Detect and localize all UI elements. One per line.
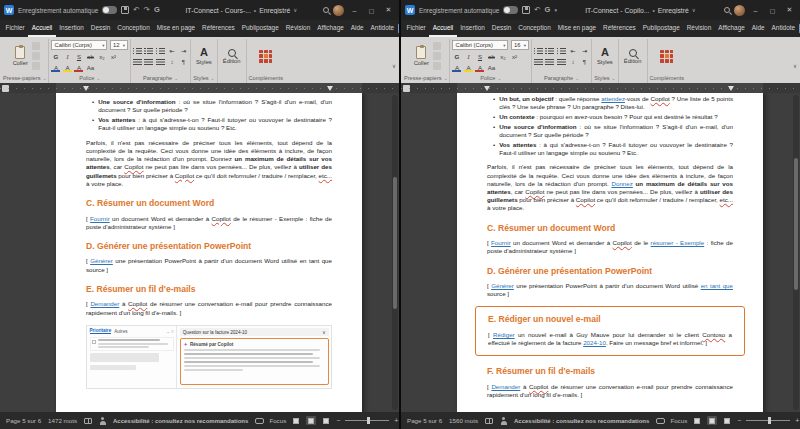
text-effects-icon[interactable]: A — [452, 63, 461, 72]
bold-quick-icon[interactable]: G — [545, 6, 551, 14]
copy-icon[interactable] — [32, 52, 40, 60]
user-avatar[interactable] — [734, 5, 745, 16]
zoom-slider[interactable] — [345, 420, 389, 421]
superscript-button[interactable]: x² — [109, 52, 118, 61]
page-indicator[interactable]: Page 5 sur 6 — [6, 417, 41, 424]
bold-quick-icon[interactable]: G — [154, 6, 160, 14]
styles-button[interactable]: A Styles — [594, 47, 616, 65]
font-name-combo[interactable]: Calibri (Corps)▾ — [51, 40, 107, 50]
scrollbar-thumb[interactable] — [794, 158, 798, 290]
ribbon-tab-révision[interactable]: Révision — [683, 20, 715, 37]
italic-button[interactable]: I — [464, 52, 473, 61]
ribbon-tab-antidote[interactable]: Antidote — [768, 20, 798, 37]
font-color-icon[interactable]: A — [475, 63, 484, 72]
close-button[interactable]: ✕ — [382, 6, 395, 14]
proofing-icon[interactable] — [485, 418, 493, 424]
left-indent-marker[interactable] — [484, 86, 490, 91]
ribbon-tab-références[interactable]: Références — [600, 20, 640, 37]
superscript-button[interactable]: x² — [510, 52, 519, 61]
right-indent-marker[interactable] — [728, 86, 734, 91]
ribbon-tab-fichier[interactable]: Fichier — [2, 20, 28, 37]
collapse-ribbon-icon[interactable]: ∨ — [793, 63, 797, 69]
accessibility-status[interactable]: Accessibilité : consultez nos recommanda… — [113, 418, 248, 424]
zoom-out-button[interactable]: − — [737, 417, 741, 424]
ribbon-tab-accueil[interactable]: Accueil — [28, 20, 56, 37]
editing-button[interactable]: Édition — [621, 49, 645, 64]
redo-icon[interactable]: ↷ — [144, 6, 150, 14]
zoom-slider-thumb[interactable] — [367, 417, 370, 424]
bold-button[interactable]: G — [51, 52, 60, 61]
user-avatar[interactable] — [333, 5, 344, 16]
proofing-icon[interactable] — [84, 418, 92, 424]
search-icon[interactable] — [323, 7, 329, 13]
read-mode-button[interactable] — [692, 416, 702, 425]
ribbon-tab-insertion[interactable]: Insertion — [56, 20, 88, 37]
save-icon[interactable] — [522, 6, 530, 14]
ribbon-tab-mise-en-page[interactable]: Mise en page — [153, 20, 198, 37]
horizontal-ruler[interactable] — [0, 83, 399, 93]
outdent-icon[interactable]: ⇤ — [167, 46, 176, 55]
align-right-icon[interactable] — [156, 58, 165, 65]
italic-button[interactable]: I — [63, 52, 72, 61]
ribbon-tab-aide[interactable]: Aide — [347, 20, 367, 37]
maximize-button[interactable]: ▢ — [766, 7, 779, 14]
subscript-button[interactable]: x₂ — [498, 52, 507, 61]
align-left-icon[interactable] — [534, 58, 543, 65]
paste-button[interactable]: Coller — [411, 46, 432, 66]
ribbon-tab-insertion[interactable]: Insertion — [457, 20, 489, 37]
bold-button[interactable]: G — [452, 52, 461, 61]
indent-icon[interactable]: ⇥ — [179, 46, 188, 55]
ribbon-tab-dessin[interactable]: Dessin — [87, 20, 114, 37]
zoom-out-button[interactable]: − — [336, 417, 340, 424]
share-button[interactable]: Partager▾ — [398, 23, 399, 34]
document-page[interactable]: •Un but, un objectif : quelle réponse at… — [457, 93, 763, 412]
format-painter-icon[interactable] — [433, 62, 441, 70]
search-icon[interactable] — [724, 7, 730, 13]
underline-button[interactable]: S — [74, 52, 83, 61]
numbered-list-icon[interactable] — [144, 47, 153, 54]
align-center-icon[interactable] — [144, 58, 153, 65]
ribbon-tab-dessin[interactable]: Dessin — [488, 20, 515, 37]
font-size-combo[interactable]: 12▾ — [110, 40, 128, 50]
ribbon-tab-antidote[interactable]: Antidote — [367, 20, 397, 37]
zoom-slider-thumb[interactable] — [768, 417, 771, 424]
pilcrow-icon[interactable]: ¶ — [580, 57, 589, 66]
font-color-icon[interactable]: A — [74, 63, 83, 72]
save-icon[interactable] — [121, 6, 129, 14]
ribbon-tab-aide[interactable]: Aide — [748, 20, 768, 37]
cut-icon[interactable] — [433, 42, 441, 50]
text-effects-icon[interactable]: A — [51, 63, 60, 72]
strikethrough-button[interactable]: ab — [487, 52, 496, 61]
ribbon-tab-accueil[interactable]: Accueil — [429, 20, 457, 37]
align-right-icon[interactable] — [557, 58, 566, 65]
bullet-list-icon[interactable] — [534, 47, 543, 54]
collapse-ribbon-icon[interactable]: ∨ — [392, 63, 396, 69]
autosave-toggle[interactable] — [102, 6, 117, 14]
cut-icon[interactable] — [32, 42, 40, 50]
line-spacing-icon[interactable]: ↕ — [568, 57, 577, 66]
copy-icon[interactable] — [433, 52, 441, 60]
ribbon-tab-mise-en-page[interactable]: Mise en page — [554, 20, 599, 37]
print-layout-button[interactable] — [306, 416, 316, 425]
styles-button[interactable]: A Styles — [193, 47, 215, 65]
word-count[interactable]: 1560 mots — [449, 417, 478, 424]
highlight-color-icon[interactable]: A — [63, 63, 72, 72]
ribbon-tab-révision[interactable]: Révision — [282, 20, 314, 37]
highlight-color-icon[interactable]: A — [464, 63, 473, 72]
addins-button[interactable] — [657, 50, 676, 63]
ribbon-tab-affichage[interactable]: Affichage — [715, 20, 749, 37]
multilevel-list-icon[interactable] — [557, 47, 566, 54]
ribbon-tab-conception[interactable]: Conception — [515, 20, 554, 37]
scrollbar-thumb[interactable] — [393, 177, 397, 309]
zoom-in-button[interactable]: + — [795, 417, 799, 424]
ribbon-tab-publipostage[interactable]: Publipostage — [639, 20, 683, 37]
ribbon-tab-conception[interactable]: Conception — [114, 20, 153, 37]
vertical-scrollbar[interactable] — [793, 95, 799, 410]
word-count[interactable]: 1472 mots — [48, 417, 77, 424]
font-size-combo[interactable]: 16▾ — [511, 40, 529, 50]
addins-button[interactable] — [256, 50, 275, 63]
indent-icon[interactable]: ⇥ — [580, 46, 589, 55]
autosave-toggle[interactable] — [503, 6, 518, 14]
undo-icon[interactable]: ↶ — [133, 6, 139, 14]
paste-button[interactable]: Coller — [10, 46, 31, 66]
